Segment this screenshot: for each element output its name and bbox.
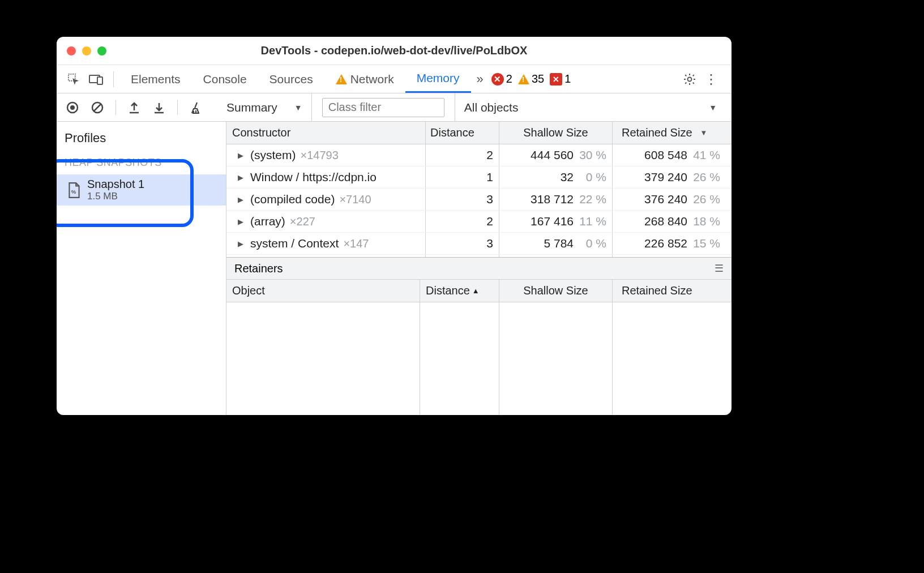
inspect-element-icon[interactable] bbox=[62, 68, 85, 91]
warning-icon bbox=[518, 74, 529, 84]
objects-filter-select[interactable]: All objects ▼ bbox=[455, 93, 726, 121]
distance-value: 3 bbox=[486, 193, 493, 206]
shallow-size-value: 167 416 bbox=[531, 215, 574, 228]
tab-elements[interactable]: Elements bbox=[119, 65, 192, 93]
disclosure-triangle-icon[interactable]: ▶ bbox=[238, 173, 246, 182]
instance-count: ×227 bbox=[290, 215, 315, 228]
window-title: DevTools - codepen.io/web-dot-dev/live/P… bbox=[57, 44, 732, 57]
more-options-button[interactable]: ⋮ bbox=[704, 71, 726, 87]
constructor-name: (compiled code) bbox=[250, 193, 335, 206]
constructor-name: system / Context bbox=[250, 237, 339, 250]
errors-badge[interactable]: ✕ 2 bbox=[491, 72, 512, 85]
traffic-lights bbox=[67, 46, 106, 55]
device-toolbar-icon[interactable] bbox=[85, 68, 108, 91]
tab-memory[interactable]: Memory bbox=[405, 65, 471, 93]
retained-size-pct: 15 % bbox=[693, 237, 720, 250]
memory-body: Profiles HEAP SNAPSHOTS % Snapshot 1 1.5… bbox=[57, 122, 732, 415]
record-icon bbox=[66, 101, 79, 114]
panel-tabbar: Elements Console Sources Network Memory … bbox=[57, 65, 732, 93]
warnings-badge[interactable]: 35 bbox=[518, 72, 544, 85]
clear-icon bbox=[91, 101, 104, 114]
snapshot-item[interactable]: % Snapshot 1 1.5 MB bbox=[57, 174, 226, 206]
col-header-distance[interactable]: Distance bbox=[426, 122, 499, 144]
shallow-size-value: 444 560 bbox=[531, 148, 574, 162]
retained-size-value: 376 240 bbox=[644, 193, 687, 206]
constructor-name: Window / https://cdpn.io bbox=[250, 170, 377, 184]
minimize-window-button[interactable] bbox=[82, 46, 91, 55]
chevron-down-icon: ▼ bbox=[294, 103, 302, 112]
disclosure-triangle-icon[interactable]: ▶ bbox=[238, 217, 246, 226]
disclosure-triangle-icon[interactable]: ▶ bbox=[238, 240, 246, 248]
tab-console[interactable]: Console bbox=[192, 65, 258, 93]
retainers-body bbox=[226, 302, 732, 415]
svg-point-3 bbox=[688, 77, 692, 81]
table-row[interactable]: ▶(array) ×2272167 41611 %268 84018 % bbox=[226, 211, 732, 233]
chevron-down-icon: ▼ bbox=[709, 103, 717, 112]
tab-elements-label: Elements bbox=[131, 72, 181, 86]
close-window-button[interactable] bbox=[67, 46, 76, 55]
shallow-size-pct: 0 % bbox=[579, 170, 606, 184]
load-profile-button[interactable] bbox=[124, 97, 144, 118]
retained-size-pct: 26 % bbox=[693, 193, 720, 206]
table-header: Constructor Distance Shallow Size Retain… bbox=[226, 122, 732, 144]
objects-filter-label: All objects bbox=[464, 101, 519, 114]
svg-point-5 bbox=[70, 105, 75, 110]
warnings-count: 35 bbox=[532, 72, 544, 85]
save-profile-button[interactable] bbox=[149, 97, 169, 118]
retainers-menu-button[interactable]: ☰ bbox=[715, 262, 724, 275]
distance-value: 2 bbox=[486, 148, 493, 162]
disclosure-triangle-icon[interactable]: ▶ bbox=[238, 195, 246, 204]
retained-size-pct: 41 % bbox=[693, 148, 720, 162]
svg-rect-2 bbox=[97, 77, 102, 84]
issues-badge[interactable]: ✕ 1 bbox=[550, 72, 571, 85]
ret-col-shallow[interactable]: Shallow Size bbox=[499, 280, 613, 302]
constructor-name: (system) bbox=[250, 148, 296, 162]
warning-icon bbox=[336, 74, 347, 84]
table-row[interactable]: ▶(compiled code) ×71403318 71222 %376 24… bbox=[226, 189, 732, 211]
tab-sources-label: Sources bbox=[270, 72, 313, 86]
issues-count: 1 bbox=[564, 72, 571, 85]
col-header-retained[interactable]: Retained Size▼ bbox=[613, 122, 732, 144]
constructor-name: (array) bbox=[250, 215, 285, 228]
retained-size-pct: 18 % bbox=[693, 215, 720, 228]
tab-network-label: Network bbox=[350, 72, 394, 86]
tabs-overflow-button[interactable]: » bbox=[471, 72, 489, 87]
col-header-constructor[interactable]: Constructor bbox=[226, 122, 426, 144]
ret-col-object[interactable]: Object bbox=[226, 280, 420, 302]
tab-sources[interactable]: Sources bbox=[258, 65, 324, 93]
retained-size-pct: 26 % bbox=[693, 170, 720, 184]
col-header-shallow[interactable]: Shallow Size bbox=[499, 122, 613, 144]
class-filter-input[interactable] bbox=[322, 98, 444, 117]
devtools-window: DevTools - codepen.io/web-dot-dev/live/P… bbox=[57, 37, 732, 415]
record-button[interactable] bbox=[62, 97, 83, 118]
sort-asc-icon: ▲ bbox=[472, 286, 480, 295]
table-row[interactable]: ▶(system) ×147932444 56030 %608 54841 % bbox=[226, 144, 732, 166]
ret-col-retained[interactable]: Retained Size bbox=[613, 280, 732, 302]
snapshot-name: Snapshot 1 bbox=[87, 178, 144, 191]
disclosure-triangle-icon[interactable]: ▶ bbox=[238, 151, 246, 160]
tab-network[interactable]: Network bbox=[324, 65, 405, 93]
table-row[interactable]: ▶Window / https://cdpn.io1320 %379 24026… bbox=[226, 166, 732, 189]
zoom-window-button[interactable] bbox=[97, 46, 106, 55]
collect-garbage-button[interactable] bbox=[186, 97, 206, 118]
retained-size-value: 379 240 bbox=[644, 170, 687, 184]
distance-value: 3 bbox=[486, 237, 493, 250]
divider bbox=[113, 71, 114, 87]
titlebar: DevTools - codepen.io/web-dot-dev/live/P… bbox=[57, 37, 732, 65]
settings-button[interactable] bbox=[675, 72, 704, 86]
distance-value: 1 bbox=[486, 170, 493, 184]
view-mode-label: Summary bbox=[226, 101, 277, 114]
view-mode-select[interactable]: Summary ▼ bbox=[217, 93, 312, 121]
sidebar-title: Profiles bbox=[57, 125, 226, 153]
shallow-size-value: 5 784 bbox=[544, 237, 574, 250]
sort-desc-icon: ▼ bbox=[700, 129, 708, 137]
table-row[interactable]: ▶system / Context ×14735 7840 %226 85215… bbox=[226, 233, 732, 255]
clear-button[interactable] bbox=[87, 97, 108, 118]
snapshot-file-icon: % bbox=[67, 182, 82, 199]
retainers-title: Retainers bbox=[234, 262, 283, 275]
distance-value: 2 bbox=[486, 215, 493, 228]
shallow-size-pct: 30 % bbox=[579, 148, 606, 162]
ret-col-distance[interactable]: Distance▲ bbox=[420, 280, 499, 302]
broom-icon bbox=[190, 101, 202, 114]
tab-console-label: Console bbox=[203, 72, 247, 86]
